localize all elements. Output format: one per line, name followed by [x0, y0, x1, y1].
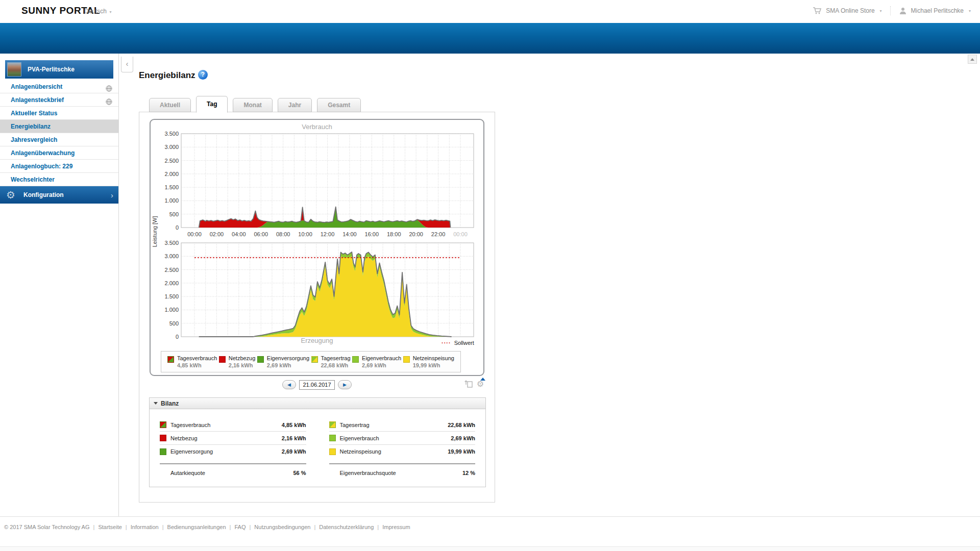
- tab-monat[interactable]: Monat: [233, 98, 272, 112]
- footer: © 2017 SMA Solar Technology AG|Startseit…: [0, 516, 980, 530]
- footer-link[interactable]: Startseite: [98, 524, 121, 530]
- legend-value: 2,69 kWh: [362, 362, 401, 368]
- bilanz-row: Eigenverbrauch 2,69 kWh: [329, 432, 476, 445]
- scroll-up-icon: [970, 58, 974, 61]
- legend-value: 2,16 kWh: [229, 362, 256, 368]
- legend-item: Tagesertrag 22,68 kWh: [311, 355, 351, 368]
- tab-tag[interactable]: Tag: [196, 96, 228, 113]
- date-input[interactable]: [299, 380, 335, 390]
- footer-link[interactable]: Bedienungsanleitungen: [167, 524, 226, 530]
- help-icon[interactable]: ?: [198, 70, 208, 80]
- svg-text:1.000: 1.000: [164, 197, 179, 204]
- svg-text:0: 0: [176, 224, 179, 231]
- chart-settings-icon[interactable]: ⚙: [477, 380, 484, 389]
- language-selector[interactable]: Deutsch ▾: [84, 8, 111, 15]
- verbrauch-chart: 05001.0001.5002.0002.5003.0003.50000:000…: [152, 131, 479, 239]
- footer-link[interactable]: Impressum: [382, 524, 410, 530]
- next-day-button[interactable]: ▶: [338, 380, 352, 389]
- tab-gesamt[interactable]: Gesamt: [317, 98, 361, 112]
- svg-text:2.500: 2.500: [164, 267, 179, 273]
- footer-link[interactable]: FAQ: [234, 524, 246, 530]
- footer-link[interactable]: Datenschutzerklärung: [319, 524, 374, 530]
- sidebar-item-anlagenlogbuch-229[interactable]: Anlagenlogbuch: 229: [0, 160, 118, 173]
- legend-item: Eigenverbrauch 2,69 kWh: [352, 355, 401, 368]
- sidebar-item-wechselrichter[interactable]: Wechselrichter: [0, 173, 118, 186]
- cart-icon: [813, 7, 822, 15]
- bilanz-panel: Bilanz Tagesverbrauch 4,85 kWh Netzbezug…: [149, 397, 486, 487]
- footer-separator: |: [126, 524, 127, 530]
- plant-header[interactable]: PVA-Perlitschke: [5, 60, 113, 79]
- erzeugung-chart: 05001.0001.5002.0002.5003.0003.500: [152, 240, 479, 340]
- svg-text:04:00: 04:00: [232, 231, 246, 237]
- legend-label: Eigenversorgung: [267, 355, 309, 361]
- legend-label: Netzeinspeisung: [413, 355, 454, 361]
- footer-separator: |: [230, 524, 231, 530]
- prev-day-button[interactable]: ◀: [282, 380, 296, 389]
- tab-aktuell[interactable]: Aktuell: [149, 98, 191, 112]
- y-axis-label: Leistung [W]: [152, 214, 158, 249]
- export-icon[interactable]: [464, 379, 473, 390]
- footer-link[interactable]: Nutzungsbedingungen: [254, 524, 310, 530]
- bilanz-value: 2,69 kWh: [451, 435, 475, 441]
- sidebar-item-energiebilanz[interactable]: Energiebilanz: [0, 120, 118, 133]
- sollwert-line-sample: ····: [442, 340, 451, 346]
- store-link[interactable]: SMA Online Store: [826, 7, 874, 14]
- footer-link[interactable]: Information: [131, 524, 159, 530]
- bilanz-header[interactable]: Bilanz: [150, 398, 485, 409]
- svg-text:1.500: 1.500: [164, 184, 179, 190]
- tab-jahr[interactable]: Jahr: [278, 98, 312, 112]
- bilanz-label: Eigenverbrauch: [340, 435, 447, 441]
- svg-text:22:00: 22:00: [431, 231, 446, 237]
- svg-text:16:00: 16:00: [365, 231, 379, 237]
- chart-legend: Tagesverbrauch 4,85 kWh Netzbezug 2,16 k…: [161, 351, 461, 372]
- sidebar-item-anlagen-berwachung[interactable]: Anlagenüberwachung: [0, 146, 118, 160]
- sidebar-item-konfiguration[interactable]: ⚙ Konfiguration ›: [0, 186, 118, 204]
- quote-label: Autarkiequote: [160, 470, 293, 476]
- top-bar: SUNNY PORTAL Deutsch ▾ SMA Online Store …: [0, 0, 980, 23]
- legend-label: Eigenverbrauch: [362, 355, 401, 361]
- bilanz-quote-row: Eigenverbrauchsquote 12 %: [329, 464, 476, 482]
- svg-text:3.000: 3.000: [164, 253, 179, 259]
- svg-text:00:00: 00:00: [187, 231, 202, 237]
- bilanz-row: Tagesertrag 22,68 kWh: [329, 418, 476, 432]
- sidebar-item-aktueller-status[interactable]: Aktueller Status: [0, 107, 118, 120]
- svg-text:18:00: 18:00: [387, 231, 401, 237]
- split-lightgreen-yellow-swatch-icon: [329, 421, 336, 428]
- sidebar-divider: [118, 54, 119, 516]
- sidebar-item-jahresvergleich[interactable]: Jahresvergleich: [0, 133, 118, 146]
- sidebar-collapse-button[interactable]: ‹: [121, 57, 133, 72]
- red-swatch-icon: [219, 356, 226, 363]
- svg-text:08:00: 08:00: [276, 231, 290, 237]
- quote-value: 56 %: [293, 470, 306, 476]
- sidebar-item-anlagensteckbrief[interactable]: Anlagensteckbrief: [0, 93, 118, 107]
- scrollbar-up-button[interactable]: [968, 55, 977, 64]
- legend-item: Netzeinspeisung 19,99 kWh: [403, 355, 454, 368]
- svg-text:500: 500: [169, 211, 179, 217]
- header-banner: [0, 23, 980, 54]
- svg-text:00:00: 00:00: [453, 231, 468, 237]
- svg-text:20:00: 20:00: [409, 231, 423, 237]
- red-swatch-icon: [160, 435, 166, 441]
- lightgreen-swatch-icon: [352, 356, 359, 363]
- footer-separator: |: [377, 524, 379, 530]
- bilanz-label: Netzbezug: [170, 435, 278, 441]
- yellow-swatch-icon: [403, 356, 410, 363]
- chevron-down-icon: ▾: [109, 10, 111, 14]
- green-swatch-icon: [257, 356, 264, 363]
- plant-thumbnail: [7, 62, 21, 77]
- consumption-chart-title: Verbrauch: [150, 123, 484, 131]
- sidebar-item-anlagen-bersicht[interactable]: Anlagenübersicht: [0, 80, 118, 93]
- bilanz-value: 2,69 kWh: [282, 448, 306, 455]
- bilanz-value: 22,68 kWh: [448, 422, 475, 428]
- bilanz-left-column: Tagesverbrauch 4,85 kWh Netzbezug 2,16 k…: [160, 418, 306, 482]
- svg-text:02:00: 02:00: [210, 231, 224, 237]
- bilanz-label: Netzeinspeisung: [340, 448, 444, 455]
- bilanz-quote-row: Autarkiequote 56 %: [160, 464, 306, 482]
- bilanz-row: Netzeinspeisung 19,99 kWh: [329, 445, 476, 458]
- lightgreen-swatch-icon: [329, 435, 336, 441]
- yellow-swatch-icon: [329, 448, 336, 455]
- user-menu[interactable]: Michael Perlitschke: [911, 7, 964, 14]
- quote-value: 12 %: [462, 470, 475, 476]
- plant-name: PVA-Perlitschke: [28, 66, 75, 73]
- svg-text:2.000: 2.000: [164, 280, 179, 286]
